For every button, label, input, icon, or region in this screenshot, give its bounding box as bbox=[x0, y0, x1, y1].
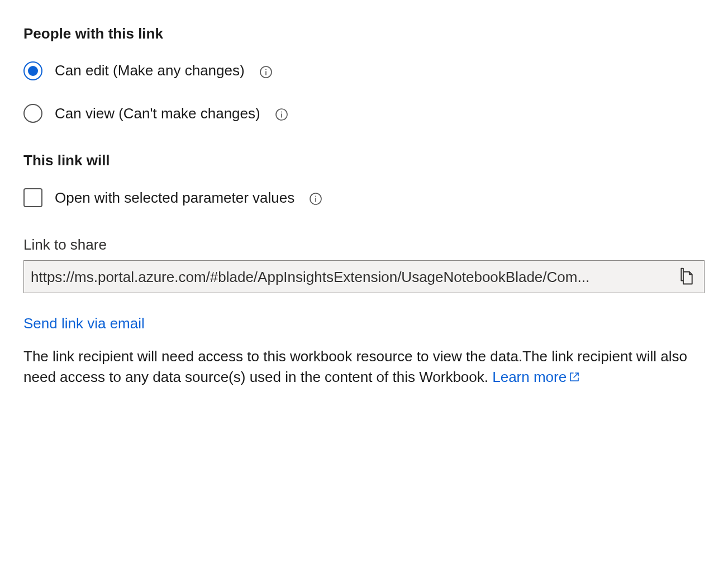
access-note-text: The link recipient will need access to t… bbox=[23, 348, 687, 386]
share-url-text[interactable]: https://ms.portal.azure.com/#blade/AppIn… bbox=[31, 265, 670, 289]
info-icon[interactable] bbox=[309, 192, 322, 205]
radio-can-view-label: Can view (Can't make changes) bbox=[55, 103, 260, 123]
svg-point-7 bbox=[315, 195, 316, 197]
radio-can-view[interactable]: Can view (Can't make changes) bbox=[23, 103, 705, 123]
radio-can-edit[interactable]: Can edit (Make any changes) bbox=[23, 60, 705, 80]
link-behavior-heading: This link will bbox=[23, 150, 705, 170]
radio-selected-icon bbox=[23, 61, 42, 80]
copy-link-button[interactable] bbox=[676, 264, 697, 289]
link-share-box: https://ms.portal.azure.com/#blade/AppIn… bbox=[23, 260, 705, 293]
checkbox-unchecked-icon[interactable] bbox=[23, 188, 42, 207]
link-share-section: Link to share https://ms.portal.azure.co… bbox=[23, 235, 705, 388]
learn-more-label: Learn more bbox=[492, 369, 567, 385]
permissions-section: People with this link Can edit (Make any… bbox=[23, 23, 705, 123]
link-share-label: Link to share bbox=[23, 235, 705, 255]
access-note: The link recipient will need access to t… bbox=[23, 346, 705, 388]
permissions-heading: People with this link bbox=[23, 23, 705, 44]
svg-point-4 bbox=[281, 112, 282, 113]
svg-point-1 bbox=[265, 69, 267, 70]
send-link-via-email[interactable]: Send link via email bbox=[23, 313, 145, 333]
radio-unselected-icon bbox=[23, 104, 42, 123]
radio-can-edit-label: Can edit (Make any changes) bbox=[55, 60, 245, 80]
checkbox-open-with-params-label: Open with selected parameter values bbox=[55, 188, 294, 208]
copy-icon bbox=[678, 266, 695, 287]
learn-more-link[interactable]: Learn more bbox=[492, 369, 580, 385]
link-behavior-section: This link will Open with selected parame… bbox=[23, 150, 705, 208]
external-link-icon bbox=[569, 371, 580, 383]
info-icon[interactable] bbox=[275, 108, 288, 121]
info-icon[interactable] bbox=[259, 65, 273, 79]
checkbox-open-with-params-row[interactable]: Open with selected parameter values bbox=[23, 188, 705, 208]
